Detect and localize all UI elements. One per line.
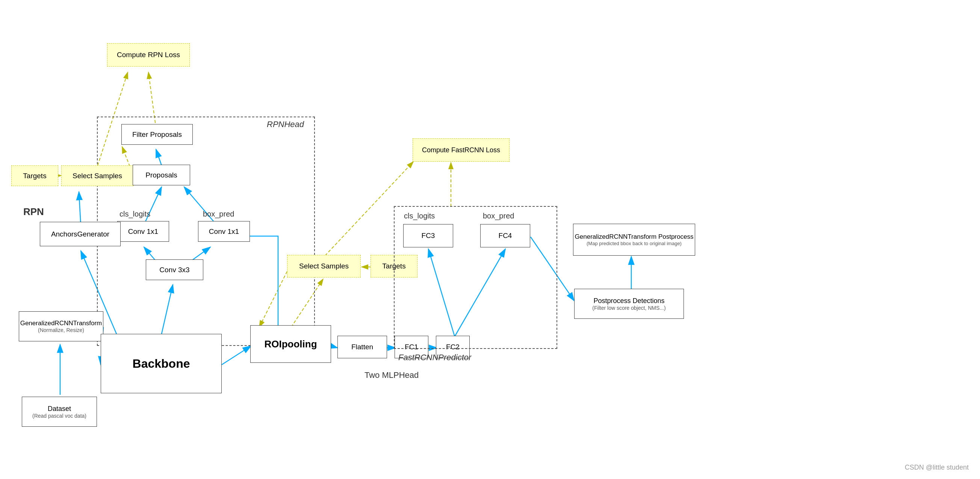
generalized-rcnn-postprocess-box: GeneralizedRCNNTransform Postprocess (Ma… xyxy=(573,224,695,255)
postprocess-detections-box: Postprocess Detections (Filter low score… xyxy=(574,289,684,319)
postprocess-detections-label: Postprocess Detections xyxy=(593,297,664,305)
conv1x1-cls-box: Conv 1x1 xyxy=(117,221,169,242)
svg-line-5 xyxy=(222,346,251,365)
conv1x1-box-box: Conv 1x1 xyxy=(198,221,250,242)
diagram: RPN RPNHead Compute RPN Loss Targets Sel… xyxy=(0,0,980,479)
conv1x1-cls-label: Conv 1x1 xyxy=(128,227,158,236)
compute-fast-rcnn-loss-label: Compute FastRCNN Loss xyxy=(422,146,500,154)
anchors-generator-box: AnchorsGenerator xyxy=(40,222,121,246)
fc3-label: FC3 xyxy=(422,232,435,240)
svg-line-29 xyxy=(79,192,81,225)
generalized-rcnn-transform-sublabel: (Normalize, Resize) xyxy=(38,327,84,333)
fast-rcnn-predictor-label: FastRCNNPredictor xyxy=(398,353,471,362)
roi-pooling-label: ROIpooling xyxy=(264,338,317,350)
targets-label: Targets xyxy=(23,172,46,180)
dataset-box: Dataset (Read pascal voc data) xyxy=(22,397,97,427)
dataset-label: Dataset xyxy=(48,405,71,413)
two-mlphead-label: Two MLPHead xyxy=(364,370,418,380)
fc4-label: FC4 xyxy=(499,232,512,240)
box-pred-fast-label: box_pred xyxy=(483,212,514,220)
postprocess-detections-sublabel: (Filter low score object, NMS...) xyxy=(592,305,665,311)
conv3x3-label: Conv 3x3 xyxy=(159,266,189,274)
fc4-box: FC4 xyxy=(480,224,530,247)
generalized-rcnn-transform-box: GeneralizedRCNNTransform (Normalize, Res… xyxy=(19,311,103,342)
targets-box: Targets xyxy=(11,165,58,186)
rpnhead-label: RPNHead xyxy=(267,120,304,129)
compute-fast-rcnn-loss-box: Compute FastRCNN Loss xyxy=(413,138,509,162)
generalized-rcnn-transform-label: GeneralizedRCNNTransform xyxy=(20,319,102,327)
svg-line-16 xyxy=(331,346,337,348)
anchors-generator-label: AnchorsGenerator xyxy=(51,230,109,238)
generalized-rcnn-postprocess-sublabel: (Map predicted bbox back to original ima… xyxy=(587,241,682,246)
proposals-label: Proposals xyxy=(145,171,177,179)
filter-proposals-box: Filter Proposals xyxy=(121,124,193,145)
generalized-rcnn-postprocess-label: GeneralizedRCNNTransform Postprocess xyxy=(575,233,694,241)
cls-logits-rpn-label: cls_logits xyxy=(119,210,150,219)
conv1x1-box-label: Conv 1x1 xyxy=(209,227,239,236)
backbone-box: Backbone xyxy=(101,334,222,393)
compute-rpn-loss-box: Compute RPN Loss xyxy=(107,43,190,67)
select-samples-fast-box: Select Samples xyxy=(287,255,361,278)
watermark: CSDN @little student xyxy=(905,464,969,471)
fc3-box: FC3 xyxy=(403,224,453,247)
backbone-label: Backbone xyxy=(133,357,190,371)
flatten-box: Flatten xyxy=(337,336,387,358)
roi-pooling-box: ROIpooling xyxy=(250,325,331,363)
select-samples-rpn-label: Select Samples xyxy=(73,172,122,180)
compute-rpn-loss-label: Compute RPN Loss xyxy=(117,51,180,59)
select-samples-rpn-box: Select Samples xyxy=(61,165,134,186)
select-samples-fast-label: Select Samples xyxy=(299,262,349,270)
box-pred-rpn-label: box_pred xyxy=(203,210,234,219)
flatten-label: Flatten xyxy=(352,343,373,351)
filter-proposals-label: Filter Proposals xyxy=(132,131,182,139)
proposals-box: Proposals xyxy=(133,164,190,185)
cls-logits-fast-label: cls_logits xyxy=(404,212,435,220)
rpn-label: RPN xyxy=(23,206,44,218)
conv3x3-box: Conv 3x3 xyxy=(146,259,203,280)
dataset-sublabel: (Read pascal voc data) xyxy=(32,413,86,419)
